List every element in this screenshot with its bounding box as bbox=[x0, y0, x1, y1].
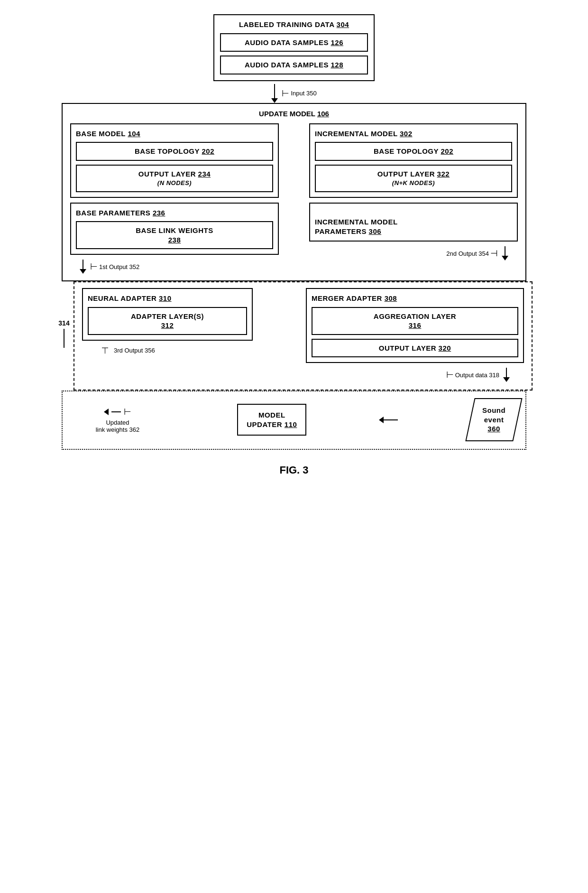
updated-weights-arrow-row: ⊢ bbox=[104, 407, 131, 417]
output-data-label: ⊢ Output data 318 bbox=[446, 370, 499, 380]
side-label-col: 314 bbox=[55, 281, 74, 348]
incremental-model-box: INCREMENTAL MODEL 302 BASE TOPOLOGY 202 … bbox=[309, 123, 518, 198]
output-data-arrow bbox=[503, 368, 510, 382]
bottom-row: ⊢ Updatedlink weights Updated link weigh… bbox=[70, 398, 518, 441]
base-link-weights-box: BASE LINK WEIGHTS 238 bbox=[76, 221, 273, 249]
third-output-label: ⊢ bbox=[101, 345, 110, 356]
side-bracket-line bbox=[64, 329, 64, 348]
update-model-box: UPDATE MODEL 106 BASE MODEL 104 BASE TOP… bbox=[62, 103, 526, 282]
model-updater-box: MODEL UPDATER 110 bbox=[237, 404, 306, 436]
inc-params-title: INCREMENTAL MODEL PARAMETERS 306 bbox=[315, 208, 512, 236]
neural-adapter-box: NEURAL ADAPTER 310 ADAPTER LAYER(S) 312 bbox=[82, 288, 253, 341]
updated-weights-col: ⊢ Updatedlink weights Updated link weigh… bbox=[70, 407, 165, 433]
sound-event-ref: 360 bbox=[482, 424, 505, 434]
sound-event-parallelogram: Soundevent 360 bbox=[465, 398, 522, 441]
first-output-row: ⊢ 1st Output 352 bbox=[80, 260, 279, 274]
incremental-model-title: INCREMENTAL MODEL 302 bbox=[315, 129, 512, 139]
base-topology-box: BASE TOPOLOGY 202 bbox=[76, 142, 273, 161]
updated-weights-label: Updatedlink weights Updated link weights… bbox=[96, 419, 140, 433]
audio-samples-1-box: AUDIO DATA SAMPLES 126 bbox=[220, 33, 368, 52]
sound-event-text: Soundevent bbox=[482, 406, 505, 424]
merger-adapter-title: MERGER ADAPTER 308 bbox=[312, 294, 518, 303]
labeled-training-box: LABELED TRAINING DATA 304 AUDIO DATA SAM… bbox=[213, 14, 375, 81]
fig-caption: FIG. 3 bbox=[279, 464, 308, 476]
base-model-title: BASE MODEL 104 bbox=[76, 129, 273, 139]
first-output-label: ⊢ 1st Output 352 bbox=[90, 261, 139, 272]
input-label: ⊢ Input 350 bbox=[282, 88, 316, 99]
top-section: LABELED TRAINING DATA 304 AUDIO DATA SAM… bbox=[213, 14, 375, 103]
aggregation-layer-box: AGGREGATION LAYER 316 bbox=[312, 307, 518, 335]
label-314: 314 bbox=[58, 319, 69, 327]
incremental-model-col: INCREMENTAL MODEL 302 BASE TOPOLOGY 202 … bbox=[309, 123, 518, 276]
output-layer-320-box: OUTPUT LAYER 320 bbox=[312, 339, 518, 358]
output-layer-234-box: OUTPUT LAYER 234 (N NODES) bbox=[76, 165, 273, 192]
sound-event-wrapper: Soundevent 360 bbox=[470, 398, 518, 441]
base-params-box: BASE PARAMETERS 236 BASE LINK WEIGHTS 23… bbox=[70, 203, 279, 255]
arrow-head-down bbox=[271, 98, 278, 103]
first-output-arrow bbox=[80, 260, 86, 274]
updated-weights-arrow-line bbox=[111, 411, 121, 412]
arrow-head-left bbox=[379, 417, 384, 423]
neural-adapter-title: NEURAL ADAPTER 310 bbox=[88, 294, 247, 303]
updated-weights-arrow-head bbox=[104, 409, 109, 415]
adapter-section-wrapper: 314 NEURAL ADAPTER 310 ADAPTER LAYER(S) … bbox=[55, 281, 533, 391]
input-arrow bbox=[271, 84, 278, 103]
sound-event-content: Soundevent 360 bbox=[482, 406, 505, 434]
neural-adapter-col: NEURAL ADAPTER 310 ADAPTER LAYER(S) 312 … bbox=[82, 288, 253, 382]
base-params-title: BASE PARAMETERS 236 bbox=[76, 208, 273, 218]
base-model-box: BASE MODEL 104 BASE TOPOLOGY 202 OUTPUT … bbox=[70, 123, 279, 198]
audio-samples-2-box: AUDIO DATA SAMPLES 128 bbox=[220, 56, 368, 74]
adapter-layers-box: ADAPTER LAYER(S) 312 bbox=[88, 307, 247, 335]
model-updater-title: MODEL UPDATER 110 bbox=[247, 410, 297, 429]
inc-base-topology-box: BASE TOPOLOGY 202 bbox=[315, 142, 512, 161]
labeled-training-title: LABELED TRAINING DATA 304 bbox=[220, 20, 368, 29]
second-output-label: 2nd Output 354 ⊣ bbox=[446, 248, 498, 259]
third-output-row: ⊢ 3rd Output 356 bbox=[101, 345, 253, 356]
update-model-title: UPDATE MODEL 106 bbox=[70, 110, 518, 118]
arrow-line bbox=[274, 84, 275, 98]
update-model-columns: BASE MODEL 104 BASE TOPOLOGY 202 OUTPUT … bbox=[70, 123, 518, 281]
output-layer-322-box: OUTPUT LAYER 322 (N+K NODES) bbox=[315, 165, 512, 192]
output-data-row: ⊢ Output data 318 bbox=[306, 368, 510, 382]
dashed-box: NEURAL ADAPTER 310 ADAPTER LAYER(S) 312 … bbox=[74, 281, 533, 391]
dotted-box: ⊢ Updatedlink weights Updated link weigh… bbox=[62, 391, 526, 450]
adapter-columns: NEURAL ADAPTER 310 ADAPTER LAYER(S) 312 … bbox=[82, 282, 524, 382]
incremental-params-box: INCREMENTAL MODEL PARAMETERS 306 bbox=[309, 203, 518, 242]
merger-adapter-box: MERGER ADAPTER 308 AGGREGATION LAYER 316… bbox=[306, 288, 524, 363]
base-model-col: BASE MODEL 104 BASE TOPOLOGY 202 OUTPUT … bbox=[70, 123, 279, 276]
diagram-container: LABELED TRAINING DATA 304 AUDIO DATA SAM… bbox=[33, 14, 555, 476]
input-arrow-row: ⊢ Input 350 bbox=[271, 84, 316, 103]
second-output-arrow bbox=[502, 246, 508, 260]
sound-to-updater-arrow bbox=[379, 417, 398, 423]
merger-adapter-col: MERGER ADAPTER 308 AGGREGATION LAYER 316… bbox=[306, 288, 524, 382]
second-output-row: 2nd Output 354 ⊣ bbox=[309, 246, 508, 260]
